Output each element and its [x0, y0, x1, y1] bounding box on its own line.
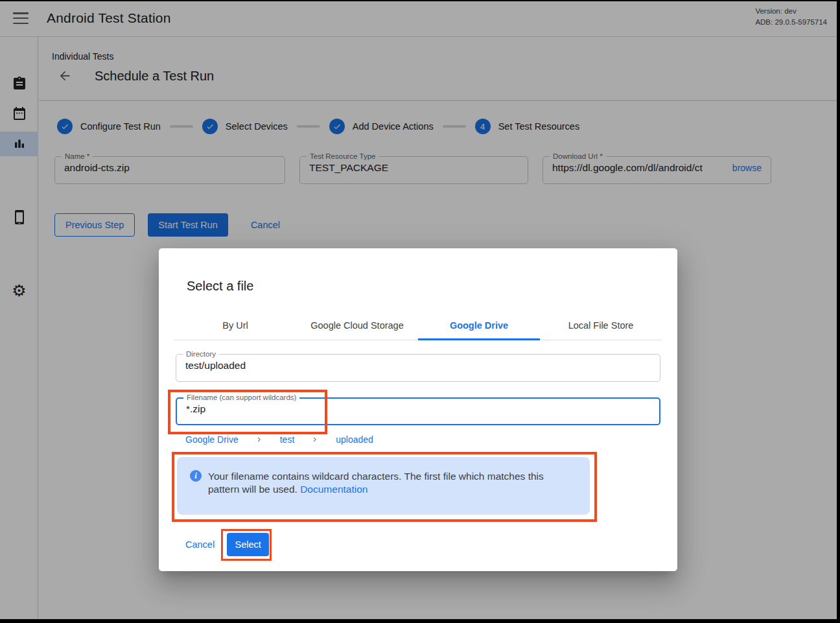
tab-google-drive[interactable]: Google Drive — [418, 311, 540, 340]
wildcard-notice-banner: i Your filename contains wildcard charac… — [177, 457, 590, 515]
info-icon: i — [190, 470, 202, 482]
directory-input[interactable] — [185, 360, 651, 371]
breadcrumb-uploaded[interactable]: uploaded — [336, 434, 373, 445]
drive-breadcrumb: Google Drive test uploaded — [185, 434, 373, 445]
chevron-right-icon — [310, 435, 320, 444]
filename-field-label: Filename (can support wildcards) — [183, 394, 299, 402]
directory-field: Directory — [176, 351, 660, 382]
breadcrumb-google-drive[interactable]: Google Drive — [185, 434, 239, 445]
filename-input[interactable] — [186, 403, 650, 415]
documentation-link[interactable]: Documentation — [300, 484, 368, 495]
dialog-select-button[interactable]: Select — [227, 533, 269, 556]
chevron-right-icon — [255, 435, 264, 444]
select-file-dialog: Select a file By Url Google Cloud Storag… — [159, 248, 677, 571]
dialog-actions: Cancel Select — [185, 533, 269, 556]
app-window: Android Test Station Version: dev ADB: 2… — [0, 0, 840, 623]
dialog-title: Select a file — [187, 279, 253, 294]
breadcrumb-test[interactable]: test — [280, 434, 295, 445]
dialog-cancel-button[interactable]: Cancel — [185, 533, 215, 556]
file-source-tabs: By Url Google Cloud Storage Google Drive… — [174, 311, 662, 340]
tab-by-url[interactable]: By Url — [174, 311, 296, 340]
tab-local-file-store[interactable]: Local File Store — [540, 311, 662, 340]
directory-field-label: Directory — [183, 351, 219, 359]
filename-field: Filename (can support wildcards) — [176, 394, 660, 425]
notice-text: Your filename contains wildcard characte… — [208, 470, 574, 497]
tab-google-cloud-storage[interactable]: Google Cloud Storage — [296, 311, 418, 340]
